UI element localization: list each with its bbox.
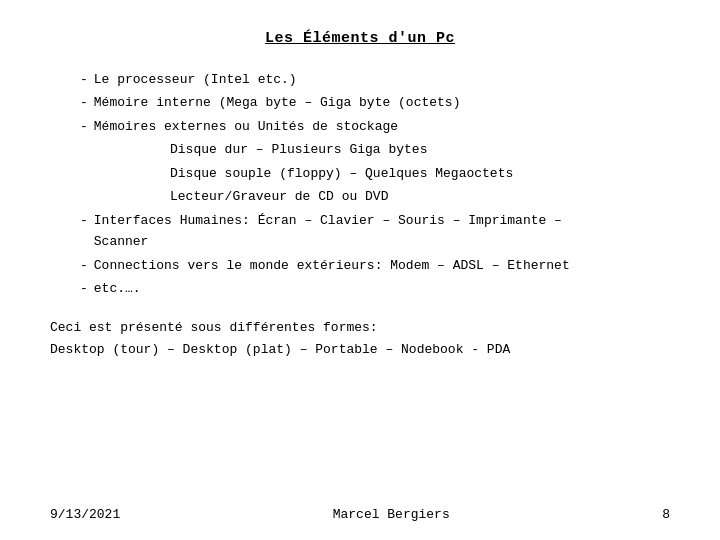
dash-icon: - (80, 278, 88, 299)
etc-text: etc.…. (94, 278, 141, 299)
content-area: - Le processeur (Intel etc.) - Mémoire i… (50, 69, 670, 360)
summary-line2: Desktop (tour) – Desktop (plat) – Portab… (50, 339, 670, 360)
memory-internal-text: Mémoire interne (Mega byte – Giga byte (… (94, 92, 461, 113)
dash-icon: - (80, 69, 88, 90)
bullet-etc: - etc.…. (80, 278, 670, 299)
summary-section: Ceci est présenté sous différentes forme… (50, 317, 670, 360)
lecteur-text: Lecteur/Graveur de CD ou DVD (170, 189, 388, 204)
disque-souple-text: Disque souple (floppy) – Quelques Megaoc… (170, 166, 513, 181)
slide-title: Les Éléments d'un Pc (50, 30, 670, 47)
bullet-lecteur: Lecteur/Graveur de CD ou DVD (170, 186, 670, 207)
dash-icon: - (80, 210, 88, 253)
footer-author: Marcel Bergiers (120, 507, 662, 522)
bullet-memory-internal: - Mémoire interne (Mega byte – Giga byte… (80, 92, 670, 113)
summary-line1: Ceci est présenté sous différentes forme… (50, 317, 670, 338)
memory-external-text: Mémoires externes ou Unités de stockage (94, 116, 398, 137)
footer-page: 8 (662, 507, 670, 522)
bullet-memory-external: - Mémoires externes ou Unités de stockag… (80, 116, 670, 137)
bullet-interfaces: - Interfaces Humaines: Écran – Clavier –… (80, 210, 670, 253)
bullet-disque-souple: Disque souple (floppy) – Quelques Megaoc… (170, 163, 670, 184)
bullet-disque-dur: Disque dur – Plusieurs Giga bytes (170, 139, 670, 160)
bullet-processor: - Le processeur (Intel etc.) (80, 69, 670, 90)
footer-date: 9/13/2021 (50, 507, 120, 522)
dash-icon: - (80, 116, 88, 137)
disque-dur-text: Disque dur – Plusieurs Giga bytes (170, 142, 427, 157)
dash-icon: - (80, 92, 88, 113)
processor-text: Le processeur (Intel etc.) (94, 69, 297, 90)
interfaces-text: Interfaces Humaines: Écran – Clavier – S… (94, 210, 562, 253)
connections-text: Connections vers le monde extérieurs: Mo… (94, 255, 570, 276)
dash-icon: - (80, 255, 88, 276)
bullet-connections: - Connections vers le monde extérieurs: … (80, 255, 670, 276)
slide: Les Éléments d'un Pc - Le processeur (In… (0, 0, 720, 540)
footer: 9/13/2021 Marcel Bergiers 8 (50, 507, 670, 522)
